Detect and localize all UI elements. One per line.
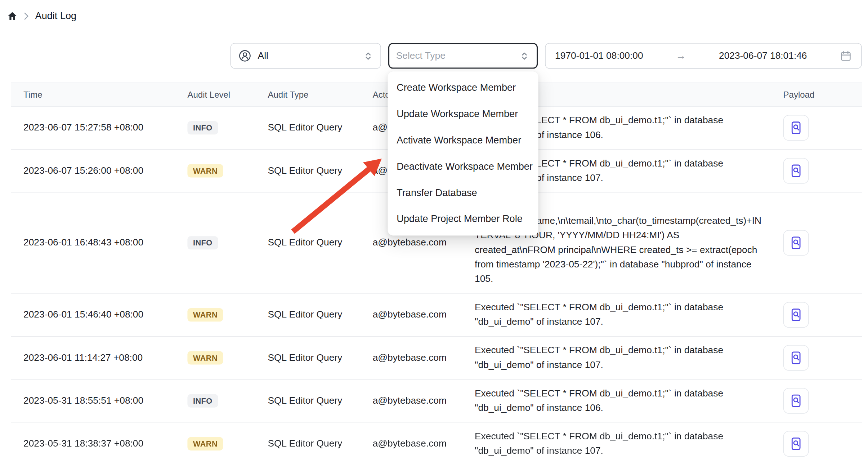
view-payload-button[interactable]: [783, 345, 809, 371]
calendar-icon: [840, 50, 852, 62]
audit-type: SQL Editor Query: [268, 165, 372, 176]
dropdown-item-activate-workspace-member[interactable]: Activate Workspace Member: [388, 127, 538, 154]
audit-type: SQL Editor Query: [268, 352, 372, 363]
header-payload: Payload: [762, 90, 862, 100]
dropdown-item-create-workspace-member[interactable]: Create Workspace Member: [388, 75, 538, 101]
user-filter-value: All: [258, 50, 268, 61]
view-payload-button[interactable]: [783, 115, 809, 141]
audit-type: SQL Editor Query: [268, 395, 372, 407]
table-row: 2023-06-01 11:14:27 +08:00 WARN SQL Edit…: [11, 337, 862, 380]
audit-time: 2023-05-31 18:55:51 +08:00: [11, 395, 187, 407]
type-filter-select[interactable]: Select Type: [388, 43, 538, 68]
audit-actor: a@bytebase.com: [373, 395, 475, 407]
audit-actor: a@bytebase.com: [373, 237, 475, 248]
audit-time: 2023-06-01 15:46:40 +08:00: [11, 309, 187, 320]
payload-document-icon: [789, 394, 803, 408]
arrow-right-icon: →: [676, 50, 686, 62]
payload-document-icon: [789, 164, 803, 178]
type-dropdown-menu: Create Workspace Member Update Workspace…: [388, 71, 538, 235]
breadcrumb: Audit Log: [7, 10, 77, 22]
dropdown-item-deactivate-workspace-member[interactable]: Deactivate Workspace Member: [388, 154, 538, 180]
audit-level-badge: WARN: [187, 351, 223, 364]
payload-document-icon: [789, 236, 803, 250]
audit-level-badge: INFO: [187, 121, 218, 134]
audit-level-badge: INFO: [187, 394, 218, 407]
audit-comment: Executed `"SELECT * FROM db_ui_demo.t1;"…: [475, 343, 762, 373]
chevron-right-icon: [24, 12, 29, 20]
user-filter-select[interactable]: All: [231, 43, 381, 68]
view-payload-button[interactable]: [783, 158, 809, 183]
date-range-start[interactable]: 1970-01-01 08:00:00: [555, 50, 643, 61]
audit-time: 2023-06-07 15:26:00 +08:00: [11, 165, 187, 176]
page-title: Audit Log: [35, 10, 77, 22]
header-audit-level: Audit Level: [187, 90, 268, 100]
audit-type: SQL Editor Query: [268, 237, 372, 248]
dropdown-item-update-project-member-role[interactable]: Update Project Member Role: [388, 206, 538, 232]
payload-document-icon: [789, 436, 803, 451]
audit-type: SQL Editor Query: [268, 122, 372, 133]
audit-time: 2023-05-31 18:38:37 +08:00: [11, 438, 187, 449]
audit-comment: Executed `"SELECT * FROM db_ui_demo.t1;"…: [475, 300, 762, 329]
audit-log-page: Audit Log All Select Type: [0, 0, 868, 457]
dropdown-item-transfer-database[interactable]: Transfer Database: [388, 180, 538, 206]
view-payload-button[interactable]: [783, 431, 809, 457]
payload-document-icon: [789, 351, 803, 365]
audit-type: SQL Editor Query: [268, 309, 372, 320]
header-time: Time: [11, 90, 187, 100]
audit-actor: a@bytebase.com: [373, 352, 475, 363]
date-range-end[interactable]: 2023-06-07 18:01:46: [719, 50, 807, 61]
dropdown-item-update-workspace-member[interactable]: Update Workspace Member: [388, 101, 538, 127]
home-icon[interactable]: [7, 10, 18, 21]
table-row: 2023-05-31 18:55:51 +08:00 INFO SQL Edit…: [11, 380, 862, 422]
header-audit-type: Audit Type: [268, 90, 372, 100]
filter-bar: All Select Type 1970-01-01 08:00:00 → 20…: [231, 43, 862, 68]
table-row: 2023-06-01 15:46:40 +08:00 WARN SQL Edit…: [11, 294, 862, 337]
audit-comment: Executed `"SELECT * FROM db_ui_demo.t1;"…: [475, 386, 762, 416]
user-icon: [238, 49, 252, 63]
date-range-picker[interactable]: 1970-01-01 08:00:00 → 2023-06-07 18:01:4…: [545, 43, 862, 68]
audit-type: SQL Editor Query: [268, 438, 372, 449]
audit-actor: a@bytebase.com: [373, 309, 475, 320]
updown-chevrons-icon: [363, 50, 374, 62]
audit-comment: Executed `"SELECT * FROM db_ui_demo.t1;"…: [475, 429, 762, 457]
table-row: 2023-05-31 18:38:37 +08:00 WARN SQL Edit…: [11, 422, 862, 457]
audit-level-badge: INFO: [187, 236, 218, 249]
audit-time: 2023-06-01 16:48:43 +08:00: [11, 237, 187, 248]
audit-time: 2023-06-01 11:14:27 +08:00: [11, 352, 187, 363]
audit-time: 2023-06-07 15:27:58 +08:00: [11, 122, 187, 133]
view-payload-button[interactable]: [783, 302, 809, 328]
audit-level-badge: WARN: [187, 437, 223, 451]
payload-document-icon: [789, 307, 803, 322]
view-payload-button[interactable]: [783, 230, 809, 256]
updown-chevrons-icon: [519, 50, 530, 62]
audit-level-badge: WARN: [187, 308, 223, 321]
audit-actor: a@bytebase.com: [373, 438, 475, 449]
view-payload-button[interactable]: [783, 388, 809, 413]
type-filter-placeholder: Select Type: [396, 50, 446, 61]
payload-document-icon: [789, 121, 803, 135]
audit-level-badge: WARN: [187, 164, 223, 177]
